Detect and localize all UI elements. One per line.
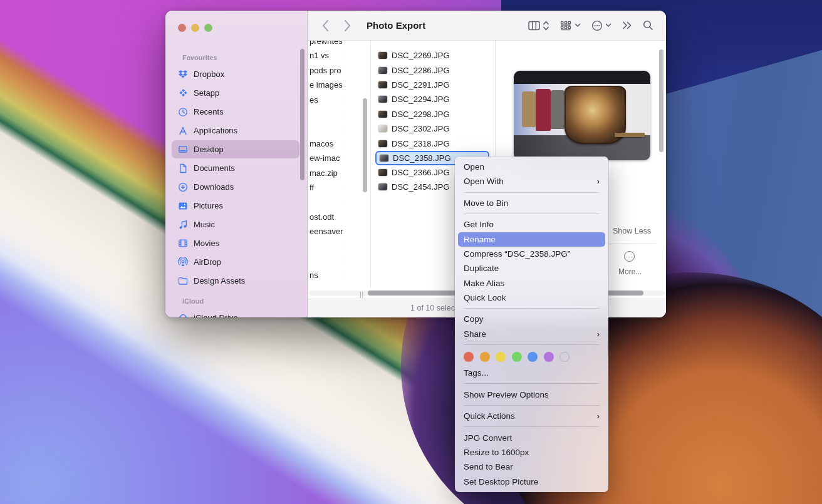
folder-row-es[interactable]: es› xyxy=(308,93,345,107)
minimize-button[interactable] xyxy=(191,24,199,32)
menu-item-show-preview-options[interactable]: Show Preview Options xyxy=(458,388,605,402)
menu-item-get-info[interactable]: Get Info xyxy=(458,217,605,232)
preview-image-figure xyxy=(536,89,551,131)
file-thumbnail-icon xyxy=(378,52,387,59)
folder-row-n1-vs[interactable]: n1 vs› xyxy=(308,48,345,63)
more-button[interactable]: More... xyxy=(618,267,642,276)
tag-color-dot-none[interactable] xyxy=(559,352,570,362)
sidebar-item-icloud-drive[interactable]: iCloud Drive xyxy=(172,309,299,317)
menu-item-label: Send to Bear xyxy=(464,462,513,471)
group-by-control[interactable] xyxy=(560,21,581,31)
more-actions-control[interactable] xyxy=(591,20,611,31)
menu-item-rename[interactable]: Rename xyxy=(458,232,605,247)
file-row-dsc-2298-jpg[interactable]: DSC_2298.JPG xyxy=(371,107,495,121)
file-row-dsc-2269-jpg[interactable]: DSC_2269.JPG xyxy=(371,48,495,63)
menu-item-quick-actions[interactable]: Quick Actions› xyxy=(458,409,605,423)
menu-item-send-to-bear[interactable]: Send to Bear xyxy=(458,460,605,474)
folder-row-eensaver[interactable]: eensaver› xyxy=(308,224,345,239)
file-row-dsc-2294-jpg[interactable]: DSC_2294.JPG xyxy=(371,92,495,106)
folder-row-ost-odt[interactable]: ost.odt xyxy=(308,210,345,224)
back-chevron-icon[interactable] xyxy=(321,19,330,32)
folder-row-ff[interactable]: ff› xyxy=(308,180,345,195)
menu-item-label: Quick Look xyxy=(464,293,506,302)
file-row-dsc-2286-jpg[interactable]: DSC_2286.JPG xyxy=(371,63,495,77)
sidebar-item-documents[interactable]: Documents xyxy=(172,159,299,177)
folder-row-ns[interactable]: ns› xyxy=(308,268,345,282)
menu-separator xyxy=(464,308,600,309)
folder-chevron-icon: › xyxy=(344,107,345,121)
file-thumbnail-icon xyxy=(378,169,387,176)
file-name: DSC_2294.JPG xyxy=(392,95,450,104)
view-mode-control[interactable] xyxy=(528,20,549,31)
menu-item-make-alias[interactable]: Make Alias xyxy=(458,275,605,290)
show-less-button[interactable]: Show Less xyxy=(613,227,651,235)
folder-row-item[interactable]: › xyxy=(308,107,345,121)
folder-row-item[interactable]: › xyxy=(308,254,345,268)
menu-item-copy[interactable]: Copy xyxy=(458,312,605,326)
sidebar-item-music[interactable]: Music xyxy=(172,215,299,234)
sidebar-sections: FavouritesDropboxSetappRecentsApplicatio… xyxy=(165,46,299,317)
tag-color-dot[interactable] xyxy=(480,352,490,362)
overflow-double-chevron-icon[interactable] xyxy=(622,21,632,29)
menu-item-set-desktop-picture[interactable]: Set Desktop Picture xyxy=(458,474,605,488)
file-thumbnail-icon xyxy=(378,67,387,74)
menu-item-move-to-bin[interactable]: Move to Bin xyxy=(458,196,605,210)
menu-item-label: Share xyxy=(464,329,486,339)
menu-item-open[interactable]: Open xyxy=(458,160,605,174)
menu-item-compress-dsc-2358-jpg[interactable]: Compress “DSC_2358.JPG” xyxy=(458,247,605,261)
zoom-button[interactable] xyxy=(204,24,212,32)
folder-row-item[interactable]: › xyxy=(308,239,345,253)
search-icon[interactable] xyxy=(643,20,653,31)
menu-item-label: Get Info xyxy=(464,220,494,229)
menu-separator xyxy=(464,192,600,193)
folder-row-item[interactable]: › xyxy=(308,195,345,209)
file-row-dsc-2302-jpg[interactable]: DSC_2302.JPG xyxy=(371,121,495,136)
tag-color-dot[interactable] xyxy=(544,352,554,362)
folder-row-mac-zip[interactable]: mac.zip xyxy=(308,166,345,180)
menu-item-quick-look[interactable]: Quick Look xyxy=(458,291,605,305)
close-button[interactable] xyxy=(178,24,186,32)
folder-row-e-images[interactable]: e images› xyxy=(308,78,345,92)
sidebar-item-applications[interactable]: Applications xyxy=(172,121,299,140)
folder-row-prewrites[interactable]: prewrites xyxy=(308,41,345,48)
folder-row-macos[interactable]: macos› xyxy=(308,136,345,151)
menu-item-open-with[interactable]: Open With› xyxy=(458,174,605,188)
file-row-dsc-2318-jpg[interactable]: DSC_2318.JPG xyxy=(371,136,495,150)
sidebar-item-setapp[interactable]: Setapp xyxy=(172,84,299,102)
tag-color-dot[interactable] xyxy=(512,352,522,362)
forward-chevron-icon[interactable] xyxy=(343,19,351,32)
preview-pane-scrollbar[interactable] xyxy=(659,49,663,152)
document-icon xyxy=(177,163,189,173)
sidebar-item-pictures[interactable]: Pictures xyxy=(172,197,299,215)
sidebar-item-dropbox[interactable]: Dropbox xyxy=(172,65,299,83)
menu-separator xyxy=(464,426,600,427)
tag-color-dot[interactable] xyxy=(464,352,474,362)
sidebar-item-downloads[interactable]: Downloads xyxy=(172,178,299,196)
menu-item-label: Set Desktop Picture xyxy=(464,477,538,486)
folder-row-pods-pro[interactable]: pods pro› xyxy=(308,63,345,78)
menu-item-tags[interactable]: Tags... xyxy=(458,366,605,380)
more-ellipsis-icon[interactable]: ⋯ xyxy=(624,251,635,262)
sidebar-scrollbar[interactable] xyxy=(300,49,304,180)
menu-separator xyxy=(464,213,600,214)
sidebar-item-recents[interactable]: Recents xyxy=(172,103,299,121)
preview-image xyxy=(514,71,650,160)
menu-item-jpg-convert[interactable]: JPG Convert xyxy=(458,430,605,445)
folder-column-scrollbar[interactable] xyxy=(363,98,367,192)
file-thumbnail-icon xyxy=(378,81,387,88)
sidebar-item-design-assets[interactable]: Design Assets xyxy=(172,272,299,290)
file-thumbnail-icon xyxy=(378,96,387,103)
menu-item-duplicate[interactable]: Duplicate xyxy=(458,261,605,275)
menu-item-resize-to-1600px[interactable]: Resize to 1600px xyxy=(458,445,605,460)
menu-item-share[interactable]: Share› xyxy=(458,327,605,341)
folder-row-item[interactable]: › xyxy=(308,121,345,136)
tag-color-dot[interactable] xyxy=(496,352,506,362)
sidebar-item-airdrop[interactable]: AirDrop xyxy=(172,253,299,271)
sidebar-item-movies[interactable]: Movies xyxy=(172,234,299,252)
folder-row-ew-imac[interactable]: ew-imac› xyxy=(308,151,345,165)
folder-chevron-icon: › xyxy=(344,121,345,136)
folder-row-label: n1 vs xyxy=(310,51,329,60)
file-row-dsc-2291-jpg[interactable]: DSC_2291.JPG xyxy=(371,78,495,92)
sidebar-item-desktop[interactable]: Desktop xyxy=(172,140,299,158)
tag-color-dot[interactable] xyxy=(528,352,538,362)
